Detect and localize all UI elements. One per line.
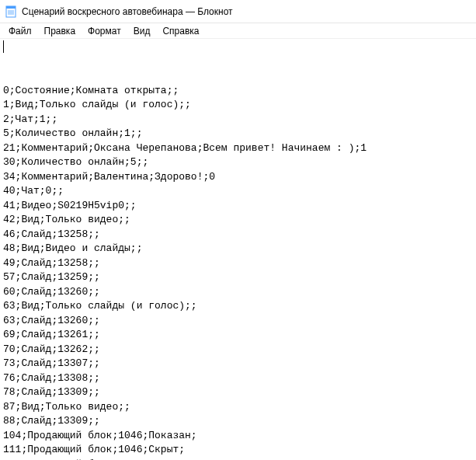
notepad-icon <box>5 5 17 18</box>
text-cursor <box>3 40 4 53</box>
menubar: Файл Правка Формат Вид Справка <box>0 23 476 39</box>
svg-rect-1 <box>6 6 16 9</box>
menu-edit[interactable]: Правка <box>39 24 82 38</box>
text-content: 0;Состояние;Комната открыта;; 1;Вид;Толь… <box>3 84 473 461</box>
titlebar: Сценарий воскресного автовебинара — Блок… <box>0 0 476 23</box>
menu-format[interactable]: Формат <box>82 24 127 38</box>
menu-view[interactable]: Вид <box>128 24 156 38</box>
menu-help[interactable]: Справка <box>157 24 204 38</box>
text-area[interactable]: 0;Состояние;Комната открыта;; 1;Вид;Толь… <box>0 39 476 460</box>
menu-file[interactable]: Файл <box>3 24 37 38</box>
window-title: Сценарий воскресного автовебинара — Блок… <box>22 6 233 17</box>
